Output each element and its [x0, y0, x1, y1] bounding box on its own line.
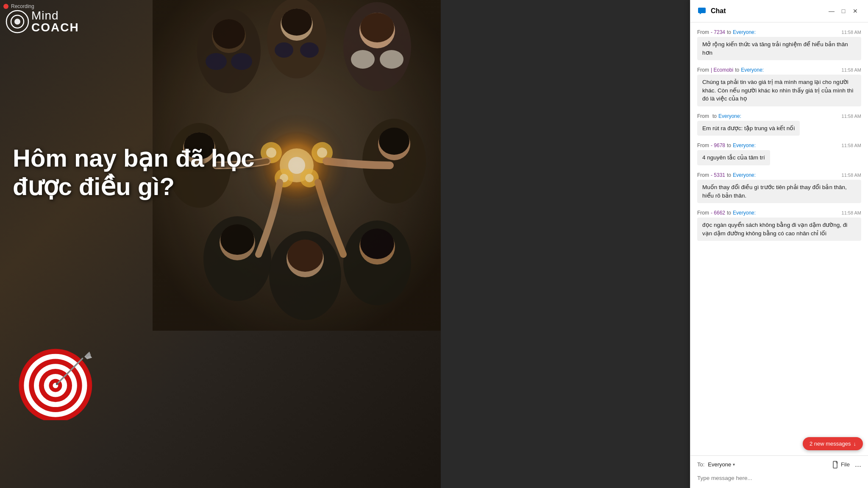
svg-point-13 — [360, 13, 394, 42]
to-everyone-value: Everyone — [708, 461, 731, 468]
more-options-button[interactable]: ... — [855, 460, 861, 469]
from-label-1: From — [697, 29, 709, 35]
to-label: To: — [697, 461, 704, 468]
message-6-text: đọc ngàn quyển sách không bằng đi vạn dặ… — [697, 218, 861, 241]
svg-point-15 — [380, 50, 403, 69]
maximize-icon: □ — [842, 8, 845, 14]
new-messages-badge[interactable]: 2 new messages ↓ — [803, 437, 863, 450]
recording-label: Recording — [3, 3, 34, 9]
svg-point-45 — [14, 19, 20, 25]
sender-4: - 9678 — [711, 142, 725, 148]
file-button[interactable]: File — [832, 461, 850, 468]
time-5: 11:58 AM — [842, 173, 861, 178]
file-label: File — [841, 461, 850, 468]
footer-actions: File ... — [832, 460, 861, 469]
svg-point-5 — [231, 53, 252, 70]
recording-indicator — [3, 4, 8, 9]
close-button[interactable]: ✕ — [849, 5, 861, 17]
message-1-text: Mở rộng kiến thức và tăng trải nghiệm để… — [697, 37, 861, 60]
to-everyone-3: Everyone: — [718, 113, 741, 119]
to-everyone-select[interactable]: Everyone ▾ — [708, 461, 735, 468]
message-4: From - 9678 to Everyone: 11:58 AM 4 nguy… — [690, 139, 868, 169]
to-everyone-6: Everyone: — [733, 210, 756, 216]
logo-coach: COACH — [31, 22, 79, 33]
message-input[interactable] — [697, 472, 861, 484]
svg-point-38 — [287, 240, 323, 272]
time-2: 11:58 AM — [842, 67, 861, 73]
svg-point-55 — [56, 383, 58, 385]
main-question-text: Hôm nay bạn đã học được điều gì? — [13, 144, 309, 201]
chat-messages-area[interactable]: From - 7234 to Everyone: 11:58 AM Mở rộn… — [690, 22, 868, 455]
to-everyone-4: Everyone: — [733, 142, 756, 148]
to-label-4: to — [727, 142, 731, 148]
to-everyone-1: Everyone: — [733, 29, 756, 35]
time-3: 11:58 AM — [842, 114, 861, 119]
message-3-text: Em rút ra được: tập trung và kết nối — [697, 121, 800, 136]
minimize-icon: — — [829, 8, 835, 14]
message-2-text: Chúng ta phải tin vào giá trị mà mình ma… — [697, 75, 861, 106]
time-6: 11:58 AM — [842, 210, 861, 215]
svg-point-14 — [351, 50, 375, 69]
slide-area: Recording Mind COACH Hôm nay bạn đã học … — [0, 0, 441, 488]
logo-mind: Mind — [31, 10, 79, 22]
sender-2: | Ecomobi — [711, 67, 733, 73]
to-label-1: to — [727, 29, 731, 35]
message-4-header: From - 9678 to Everyone: 11:58 AM — [697, 142, 861, 148]
mindcoach-logo: Mind COACH — [5, 9, 79, 34]
message-3-header: From to Everyone: 11:58 AM — [697, 113, 861, 119]
sender-1: - 7234 — [711, 29, 725, 35]
from-label-2: From — [697, 67, 709, 73]
svg-point-3 — [213, 19, 245, 49]
arrow-down-icon: ↓ — [854, 441, 857, 447]
message-6-header: From - 6662 to Everyone: 11:58 AM — [697, 210, 861, 216]
maximize-button[interactable]: □ — [837, 5, 849, 17]
svg-rect-58 — [698, 8, 706, 13]
message-5-header: From - 5331 to Everyone: 11:58 AM — [697, 172, 861, 178]
time-1: 11:58 AM — [842, 30, 861, 35]
new-messages-text: 2 new messages — [810, 441, 851, 447]
svg-point-9 — [275, 42, 293, 58]
message-6: From - 6662 to Everyone: 11:58 AM đọc ng… — [690, 206, 868, 244]
sender-5: - 5331 — [711, 172, 725, 178]
to-label-5: to — [727, 172, 731, 178]
to-label-3: to — [712, 113, 717, 119]
from-label-3: From — [697, 113, 709, 119]
svg-point-41 — [360, 229, 394, 259]
to-label-6: to — [727, 210, 731, 216]
time-4: 11:58 AM — [842, 143, 861, 148]
from-label-6: From — [697, 210, 709, 216]
to-label-2: to — [735, 67, 739, 73]
svg-point-4 — [206, 53, 227, 70]
message-1-header: From - 7234 to Everyone: 11:58 AM — [697, 29, 861, 35]
chat-title: Chat — [711, 7, 826, 15]
minimize-button[interactable]: — — [826, 5, 837, 17]
file-icon — [832, 461, 839, 468]
message-2-header: From | Ecomobi to Everyone: 11:58 AM — [697, 67, 861, 73]
recording-text: Recording — [11, 3, 34, 9]
close-icon: ✕ — [853, 8, 858, 14]
to-everyone-2: Everyone: — [741, 67, 764, 73]
dartboard-graphic — [17, 335, 102, 420]
message-4-text: 4 nguyên tắc của tâm trí — [697, 150, 770, 165]
message-5-text: Muốn thay đổi điều gì trước tiên phải th… — [697, 180, 861, 203]
svg-point-8 — [281, 8, 312, 36]
from-label-5: From — [697, 172, 709, 178]
message-1: From - 7234 to Everyone: 11:58 AM Mở rộn… — [690, 26, 868, 64]
chat-panel: Chat — □ ✕ From - 7234 to Everyone: 11:5… — [690, 0, 868, 488]
from-label-4: From — [697, 142, 709, 148]
svg-point-10 — [300, 42, 319, 58]
chat-icon — [697, 6, 707, 16]
message-2: From | Ecomobi to Everyone: 11:58 AM Chú… — [690, 64, 868, 110]
more-icon: ... — [855, 460, 861, 468]
chat-to-row: To: Everyone ▾ File ... — [697, 460, 861, 469]
svg-point-35 — [220, 224, 254, 255]
chat-footer: To: Everyone ▾ File ... — [690, 455, 868, 488]
sender-6: - 6662 — [711, 210, 725, 216]
chevron-down-icon: ▾ — [733, 462, 735, 467]
chat-titlebar: Chat — □ ✕ — [690, 0, 868, 22]
message-5: From - 5331 to Everyone: 11:58 AM Muốn t… — [690, 169, 868, 206]
message-3: From to Everyone: 11:58 AM Em rút ra đượ… — [690, 110, 868, 139]
to-everyone-5: Everyone: — [733, 172, 756, 178]
svg-point-32 — [379, 128, 409, 155]
